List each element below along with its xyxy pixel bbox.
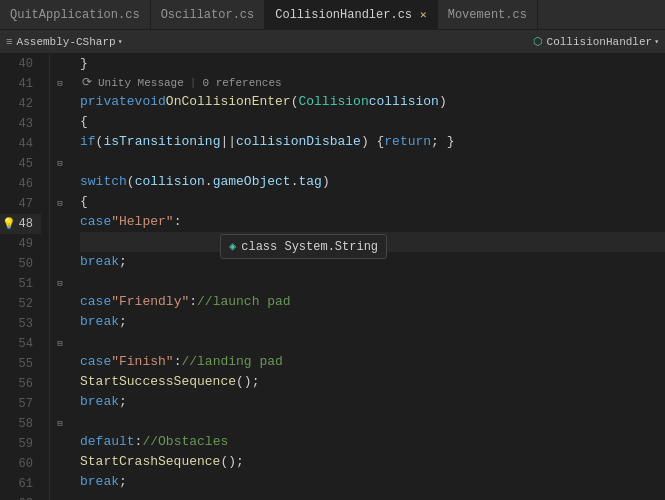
code-content[interactable]: }⟳ Unity Message | 0 referencesprivate v…: [70, 54, 665, 500]
line-number-61: 61: [0, 474, 41, 494]
gutter-line-56: [50, 374, 70, 394]
code-segment: private: [80, 92, 135, 112]
unity-hint-icon: ⟳: [82, 74, 92, 92]
collision-handler-icon: ⬡: [533, 35, 543, 48]
line-num-text: 54: [19, 334, 33, 354]
code-line-50: [80, 272, 665, 292]
line-num-text: 44: [19, 134, 33, 154]
code-segment: .: [205, 172, 213, 192]
tab-oscillator-label: Oscillator.cs: [161, 8, 255, 22]
line-number-53: 53: [0, 314, 41, 334]
code-segment: ||: [220, 132, 236, 152]
code-segment: return: [384, 132, 431, 152]
tab-bar: QuitApplication.cs Oscillator.cs Collisi…: [0, 0, 665, 30]
line-num-text: 61: [19, 474, 33, 494]
line-number-59: 59: [0, 434, 41, 454]
tab-oscillator[interactable]: Oscillator.cs: [151, 0, 266, 29]
line-number-46: 46: [0, 174, 41, 194]
code-segment: ;: [119, 472, 127, 492]
tab-quit[interactable]: QuitApplication.cs: [0, 0, 151, 29]
code-segment: ): [322, 172, 330, 192]
code-segment: }: [80, 54, 88, 74]
code-segment: "Helper": [111, 212, 173, 232]
tab-quit-label: QuitApplication.cs: [10, 8, 140, 22]
line-num-text: 60: [19, 454, 33, 474]
code-segment: tag: [298, 172, 321, 192]
code-segment: :: [189, 292, 197, 312]
line-num-text: 59: [19, 434, 33, 454]
fold-marker-icon[interactable]: ⊟: [57, 194, 62, 214]
line-number-42: 42: [0, 94, 41, 114]
line-number-58: 58: [0, 414, 41, 434]
line-number-57: 57: [0, 394, 41, 414]
gutter-line-59: [50, 434, 70, 454]
line-numbers: 4041424344454647💡48495051525354555657585…: [0, 54, 50, 500]
fold-marker-icon[interactable]: ⊟: [57, 414, 62, 434]
code-segment: ) {: [361, 132, 384, 152]
fold-marker-icon[interactable]: ⊟: [57, 154, 62, 174]
gutter-line-61: [50, 474, 70, 494]
line-number-43: 43: [0, 114, 41, 134]
code-area: 4041424344454647💡48495051525354555657585…: [0, 54, 665, 500]
fold-marker-icon[interactable]: ⊟: [57, 334, 62, 354]
tab-movement-label: Movement.cs: [448, 8, 527, 22]
line-num-text: 41: [19, 74, 33, 94]
tab-collision-modified[interactable]: ✕: [420, 8, 427, 21]
line-number-52: 52: [0, 294, 41, 314]
line-num-text: 57: [19, 394, 33, 414]
line-number-56: 56: [0, 374, 41, 394]
code-segment: collision: [135, 172, 205, 192]
line-number-62: 62: [0, 494, 41, 500]
code-segment: case: [80, 352, 111, 372]
line-num-text: 40: [19, 54, 33, 74]
code-line-60: break;: [80, 472, 665, 492]
fold-marker-icon[interactable]: ⊟: [57, 274, 62, 294]
code-segment: "Finish": [111, 352, 173, 372]
code-line-59: StartCrashSequence();: [80, 452, 665, 472]
tooltip-popup: ◈ class System.String: [220, 234, 387, 259]
tab-movement[interactable]: Movement.cs: [438, 0, 538, 29]
gutter-line-42: [50, 94, 70, 114]
code-segment: break: [80, 312, 119, 332]
gutter-line-58: ⊟: [50, 414, 70, 434]
tab-collision[interactable]: CollisionHandler.cs ✕: [265, 0, 437, 29]
code-line-52: break;: [80, 312, 665, 332]
unity-message-text: Unity Message: [98, 74, 184, 92]
collision-handler-dropdown[interactable]: CollisionHandler ▾: [547, 36, 659, 48]
line-num-text: 55: [19, 354, 33, 374]
code-segment: :: [135, 432, 143, 452]
gutter-line-46: [50, 174, 70, 194]
collision-handler-label: CollisionHandler: [547, 36, 653, 48]
code-segment: (: [96, 132, 104, 152]
assembly-dropdown[interactable]: Assembly-CSharp ▾: [17, 36, 123, 48]
gutter-line-44: [50, 134, 70, 154]
code-line-45: switch (collision.gameObject.tag): [80, 172, 665, 192]
code-segment: ;: [119, 312, 127, 332]
code-line-46: {: [80, 192, 665, 212]
line-number-40: 40: [0, 54, 41, 74]
code-segment: StartCrashSequence: [80, 452, 220, 472]
toolbar-menu-icon[interactable]: ≡: [6, 36, 13, 48]
line-number-41: 41: [0, 74, 41, 94]
bulb-icon[interactable]: 💡: [2, 214, 16, 234]
line-number-48: 💡48: [0, 214, 41, 234]
tooltip-class-icon: ◈: [229, 239, 236, 254]
gutter-line-48: [50, 214, 70, 234]
code-line-55: StartSuccessSequence();: [80, 372, 665, 392]
fold-marker-icon[interactable]: ⊟: [57, 74, 62, 94]
gutter-line-45: ⊟: [50, 154, 70, 174]
gutter-line-62: [50, 494, 70, 500]
code-segment: case: [80, 212, 111, 232]
gutter-line-53: [50, 314, 70, 334]
code-line-51: case "Friendly": //launch pad: [80, 292, 665, 312]
code-line-40: }: [80, 54, 665, 74]
gutter-line-60: [50, 454, 70, 474]
line-num-text: 50: [19, 254, 33, 274]
line-num-text: 46: [19, 174, 33, 194]
code-segment: StartSuccessSequence: [80, 372, 236, 392]
gutter-line-47: ⊟: [50, 194, 70, 214]
assembly-label: Assembly-CSharp: [17, 36, 116, 48]
code-segment: //Obstacles: [142, 432, 228, 452]
line-num-text: 45: [19, 154, 33, 174]
gutter-line-49: [50, 234, 70, 254]
